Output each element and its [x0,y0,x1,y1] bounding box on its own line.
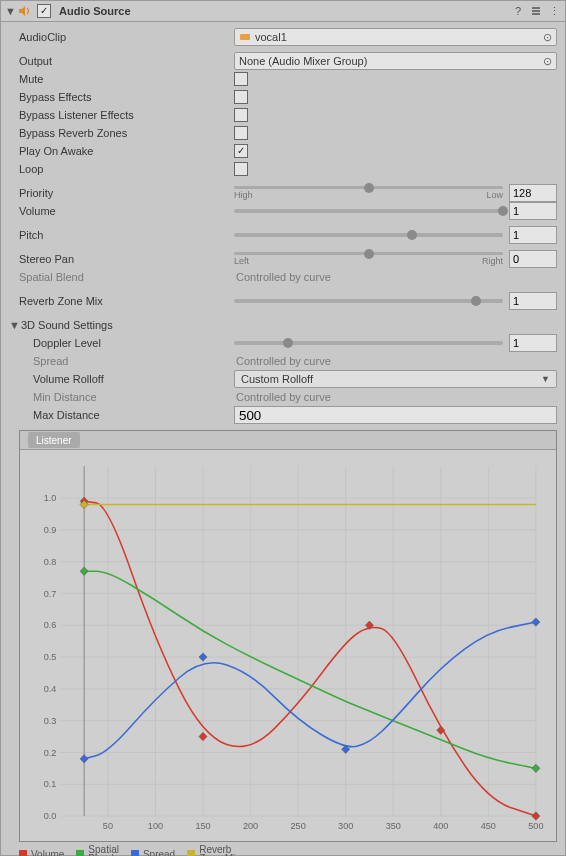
doppler-input[interactable] [509,334,557,352]
component-header: ▼ Audio Source ? ⋮ [1,1,565,22]
svg-text:100: 100 [148,820,163,830]
priority-min-label: High [234,190,253,200]
stereo-pan-slider[interactable] [234,252,503,255]
output-row: Output None (Audio Mixer Group) ⊙ [1,52,565,70]
bypass-effects-label: Bypass Effects [19,91,234,103]
legend-spatial-blend[interactable]: Spatial Blend [76,845,119,856]
max-distance-input[interactable] [234,406,557,424]
stereo-pan-row: Stereo Pan Left Right [1,250,565,268]
svg-text:150: 150 [195,820,210,830]
component-enabled-checkbox[interactable] [37,4,51,18]
reverb-zone-mix-label: Reverb Zone Mix [19,295,234,307]
stereo-pan-label: Stereo Pan [19,253,234,265]
spatial-blend-value: Controlled by curve [234,271,331,283]
audio-clip-field[interactable]: vocal1 ⊙ [234,28,557,46]
svg-text:1.0: 1.0 [44,493,57,503]
volume-rolloff-dropdown[interactable]: Custom Rolloff ▼ [234,370,557,388]
svg-text:0.5: 0.5 [44,652,57,662]
spread-row: Spread Controlled by curve [1,352,565,370]
curve-plot[interactable]: 1.00.90.80.70.60.50.40.30.20.10.05010015… [30,460,546,837]
output-label: Output [19,55,234,67]
svg-text:0.9: 0.9 [44,525,57,535]
legend-spread[interactable]: Spread [131,849,175,857]
svg-text:200: 200 [243,820,258,830]
min-distance-label: Min Distance [33,391,234,403]
priority-row: Priority High Low [1,184,565,202]
pitch-slider[interactable] [234,233,503,237]
foldout-arrow-icon: ▼ [9,319,19,331]
curve-toolbar: Listener [20,431,556,450]
component-title: Audio Source [59,5,131,17]
pitch-label: Pitch [19,229,234,241]
min-distance-row: Min Distance Controlled by curve [1,388,565,406]
3d-sound-settings-label: 3D Sound Settings [21,319,113,331]
pitch-row: Pitch [1,226,565,244]
svg-text:0.6: 0.6 [44,620,57,630]
bypass-reverb-checkbox[interactable] [234,126,248,140]
pitch-input[interactable] [509,226,557,244]
svg-text:0.3: 0.3 [44,716,57,726]
foldout-toggle[interactable]: ▼ [5,5,15,17]
reverb-zone-mix-row: Reverb Zone Mix [1,292,565,310]
svg-text:350: 350 [386,820,401,830]
listener-tab[interactable]: Listener [28,432,80,448]
spread-label: Spread [33,355,234,367]
bypass-listener-label: Bypass Listener Effects [19,109,234,121]
svg-text:250: 250 [291,820,306,830]
svg-text:50: 50 [103,820,113,830]
max-distance-row: Max Distance [1,406,565,424]
bypass-effects-checkbox[interactable] [234,90,248,104]
audio-clip-value: vocal1 [255,31,287,43]
svg-text:500: 500 [528,820,543,830]
svg-text:400: 400 [433,820,448,830]
max-distance-label: Max Distance [33,409,234,421]
audio-source-icon [17,4,31,18]
help-icon[interactable]: ? [511,4,525,18]
doppler-row: Doppler Level [1,334,565,352]
svg-rect-0 [240,34,250,40]
doppler-label: Doppler Level [33,337,234,349]
play-on-awake-label: Play On Awake [19,145,234,157]
svg-text:0.1: 0.1 [44,779,57,789]
mute-label: Mute [19,73,234,85]
loop-checkbox[interactable] [234,162,248,176]
pan-right-label: Right [482,256,503,266]
play-on-awake-checkbox[interactable] [234,144,248,158]
spatial-blend-label: Spatial Blend [19,271,234,283]
volume-slider[interactable] [234,209,503,213]
curve-legend: Volume Spatial Blend Spread Reverb Zone … [19,844,557,856]
reverb-zone-mix-slider[interactable] [234,299,503,303]
volume-rolloff-row: Volume Rolloff Custom Rolloff ▼ [1,370,565,388]
object-picker-icon[interactable]: ⊙ [543,55,552,68]
priority-input[interactable] [509,184,557,202]
mute-checkbox[interactable] [234,72,248,86]
audio-clip-label: AudioClip [19,31,234,43]
3d-sound-settings-foldout[interactable]: ▼ 3D Sound Settings [1,316,565,334]
output-field[interactable]: None (Audio Mixer Group) ⊙ [234,52,557,70]
legend-volume[interactable]: Volume [19,849,64,857]
legend-reverb-zone-mix[interactable]: Reverb Zone Mix [187,845,240,856]
svg-text:0.7: 0.7 [44,588,57,598]
context-menu-icon[interactable]: ⋮ [547,4,561,18]
svg-text:0.2: 0.2 [44,747,57,757]
svg-text:0.4: 0.4 [44,684,57,694]
bypass-listener-checkbox[interactable] [234,108,248,122]
stereo-pan-input[interactable] [509,250,557,268]
pan-left-label: Left [234,256,249,266]
svg-text:450: 450 [481,820,496,830]
priority-slider[interactable] [234,186,503,189]
rolloff-curve-panel: Listener 1.00.90.80.70.60.50.40.30.20.10… [19,430,557,842]
presets-icon[interactable] [529,4,543,18]
volume-label: Volume [19,205,234,217]
spread-value: Controlled by curve [234,355,331,367]
min-distance-value: Controlled by curve [234,391,331,403]
priority-max-label: Low [486,190,503,200]
spatial-blend-row: Spatial Blend Controlled by curve [1,268,565,286]
svg-text:0.8: 0.8 [44,557,57,567]
object-picker-icon[interactable]: ⊙ [543,31,552,44]
volume-input[interactable] [509,202,557,220]
svg-text:0.0: 0.0 [44,811,57,821]
doppler-slider[interactable] [234,341,503,345]
reverb-zone-mix-input[interactable] [509,292,557,310]
volume-rolloff-label: Volume Rolloff [33,373,234,385]
